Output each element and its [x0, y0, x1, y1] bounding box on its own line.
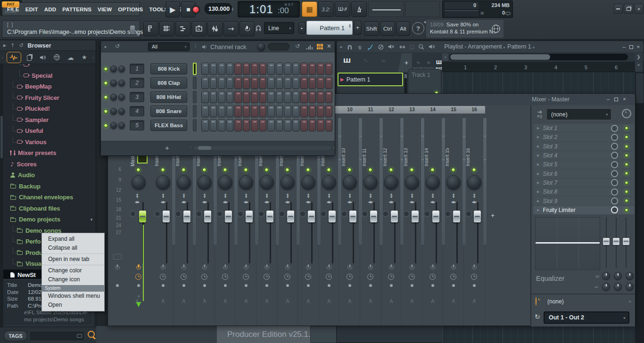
strip-pan-arrows[interactable]: ◀▶ [402, 200, 422, 204]
channel-number-badge[interactable]: 5 [130, 120, 144, 131]
strip-fader[interactable] [163, 211, 170, 222]
strip-input-knob[interactable] [465, 211, 472, 217]
strip-separation-arrows[interactable]: ▲▼ [153, 193, 173, 198]
strip-input-knob[interactable] [196, 211, 202, 217]
context-menu-item[interactable]: Open in new tab [42, 255, 104, 264]
step-cell[interactable] [251, 105, 258, 117]
browser-collapse-icon[interactable]: ▶ [3, 43, 6, 48]
strip-plugin-icon[interactable]: Λ [173, 298, 194, 304]
step-cell[interactable] [243, 91, 250, 103]
strip-pan-arrows[interactable]: ◀▶ [339, 200, 360, 204]
step-cell[interactable] [325, 77, 333, 89]
playlist-minimize-icon[interactable]: – [622, 44, 625, 49]
strip-mute-led[interactable] [264, 168, 269, 172]
strip-input-knob[interactable] [403, 211, 410, 217]
slip-tool-icon[interactable] [357, 43, 363, 50]
browser-tab-sounds[interactable] [7, 52, 21, 63]
strip-pan-arrows[interactable]: ◀▶ [422, 200, 443, 204]
strip-plugin-icon[interactable]: Λ [360, 298, 381, 304]
browser-tree-item[interactable]: Audio [4, 170, 96, 181]
step-cell[interactable] [276, 63, 283, 75]
strip-pan-arrows[interactable]: ◀▶ [215, 200, 236, 204]
slide-tool-icon[interactable]: ↔ [399, 42, 405, 51]
browser-up-icon[interactable]: ↑ [10, 42, 15, 49]
rack-undo-icon[interactable]: ↺ [295, 43, 300, 49]
slot-mix-knob[interactable] [611, 134, 618, 141]
channel-enable-led[interactable] [104, 95, 108, 99]
menu-item[interactable]: VIEW [98, 7, 112, 12]
strip-mute-led[interactable] [223, 168, 227, 172]
strip-mute-led[interactable] [327, 168, 331, 172]
step-cell[interactable] [317, 105, 324, 117]
strip-stereo-knob[interactable] [239, 175, 253, 189]
master-up-arrow[interactable]: ▲ [127, 294, 150, 298]
audio-record-button[interactable] [239, 21, 255, 36]
step-cell[interactable] [309, 105, 316, 117]
strip-plugin-icon[interactable]: Λ [402, 298, 422, 304]
strip-pan-arrows[interactable]: ◀▶ [381, 200, 402, 204]
channel-select-bar[interactable] [193, 77, 197, 89]
slot-enable-led[interactable] [625, 145, 628, 148]
slot-enable-led[interactable] [625, 181, 628, 185]
mixer-insert-strip[interactable]: 15 Insert 15 ▲▼ ◀▶ Λ [443, 106, 464, 326]
step-cell[interactable] [259, 63, 267, 75]
strip-mute-led[interactable] [182, 168, 186, 172]
step-cell[interactable] [309, 63, 316, 75]
strip-clock-icon[interactable] [388, 274, 394, 280]
fx-slot[interactable]: ▶ Slot 9 [533, 196, 634, 205]
time-display[interactable]: 1:01 :00 B:S:T [238, 1, 300, 17]
channel-pan-knob[interactable] [110, 80, 117, 86]
delete-tool-icon[interactable]: ⊘ [378, 42, 384, 51]
slot-enable-led[interactable] [625, 172, 628, 175]
channel-number-badge[interactable]: 2 [130, 78, 144, 88]
strip-pan-arrows[interactable]: ◀▶ [173, 200, 194, 204]
eq-knob-2[interactable] [614, 272, 622, 280]
strip-plugin-icon[interactable]: Λ [194, 298, 215, 304]
strip-mute-led[interactable] [451, 168, 455, 172]
step-cell[interactable] [226, 119, 234, 131]
fx-slot[interactable]: ▶ Slot 6 [533, 169, 634, 178]
rack-filter-selector[interactable]: All▸ [148, 42, 190, 51]
eq-knob-6[interactable] [626, 283, 634, 291]
browser-tree-item[interactable]: Various [4, 137, 96, 148]
tags-search-input[interactable] [29, 331, 85, 341]
step-cell[interactable] [292, 91, 300, 103]
pattern-add-button[interactable]: + [354, 21, 362, 35]
strip-arm-icon[interactable] [223, 264, 227, 270]
step-cell[interactable] [210, 105, 217, 117]
fx-slot-top-selector[interactable]: (none)▸ [546, 108, 611, 120]
strip-clock-icon[interactable] [450, 274, 456, 280]
step-cell[interactable] [201, 91, 209, 103]
scroll-thumb[interactable] [450, 54, 550, 60]
step-cell[interactable] [201, 119, 209, 131]
menu-item[interactable]: OPTIONS [118, 7, 143, 12]
browser-tree-item[interactable]: Clipboard files [4, 203, 96, 214]
master-pan-arrows[interactable]: ◀▶ [127, 200, 148, 204]
mixer-insert-strip[interactable]: 16 Insert 16 ▲▼ ◀▶ Λ [464, 106, 485, 326]
strip-arm-icon[interactable] [472, 264, 476, 270]
menu-item[interactable]: EDIT [25, 7, 38, 12]
fx-slot[interactable]: ▶ Slot 1 [533, 124, 634, 132]
strip-plugin-icon[interactable]: Λ [422, 298, 443, 304]
step-cell[interactable] [309, 119, 316, 131]
scroll-up-button[interactable]: ^ [635, 62, 642, 71]
slot-enable-led[interactable] [625, 190, 628, 194]
mixer-dock-plus[interactable]: + [491, 212, 495, 219]
play-button[interactable]: ▶ [165, 1, 180, 17]
step-cell[interactable] [309, 91, 316, 103]
strip-fader[interactable] [453, 211, 460, 222]
step-cell[interactable] [243, 77, 250, 89]
slot-enable-led[interactable] [625, 208, 628, 212]
master-separation-arrows[interactable]: ▲▼ [127, 193, 148, 198]
strip-plugin-icon[interactable]: Λ [339, 298, 360, 304]
oscilloscope-left[interactable] [368, 1, 404, 17]
metronome-button[interactable] [351, 1, 367, 17]
step-cell[interactable] [259, 119, 267, 131]
step-cell[interactable] [284, 91, 291, 103]
step-cell[interactable] [292, 119, 300, 131]
browser-tree-item[interactable]: Fruity Slicer [4, 92, 96, 104]
pattern-view-icon[interactable]: Ш [343, 57, 351, 64]
step-cell[interactable] [325, 119, 333, 131]
master-mute-led[interactable] [136, 168, 140, 172]
channel-number-badge[interactable]: 4 [130, 106, 144, 116]
